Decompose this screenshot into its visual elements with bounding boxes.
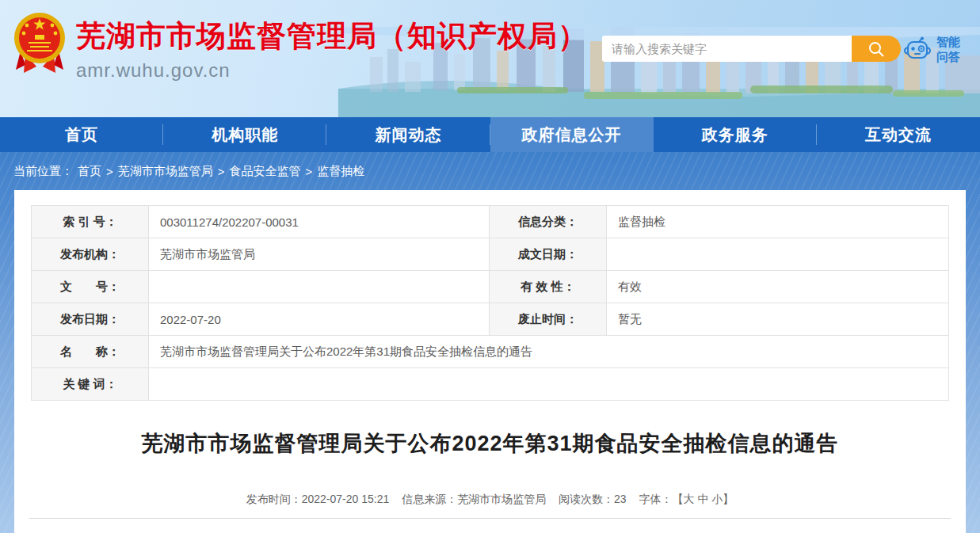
meta-label-category: 信息分类： — [490, 206, 607, 238]
breadcrumb-home[interactable]: 首页 — [78, 164, 101, 179]
meta-label-pub-date: 发布日期： — [32, 303, 149, 336]
meta-value-validity: 有效 — [607, 271, 949, 303]
article-pub-info: 发布时间：2022-07-20 15:21 信息来源：芜湖市市场监管局 阅读次数… — [14, 493, 966, 507]
breadcrumb-separator: > — [218, 165, 225, 178]
smart-qa-link[interactable]: 智能 问答 — [903, 35, 960, 65]
breadcrumb-food-safety[interactable]: 食品安全监管 — [230, 164, 301, 179]
meta-label-keywords: 关 键 词： — [32, 368, 149, 401]
table-row: 发布日期： 2022-07-20 废止时间： 暂无 — [32, 303, 949, 336]
breadcrumb: 当前位置： 首页 > 芜湖市市场监管局 > 食品安全监管 > 监督抽检 — [0, 152, 980, 190]
nav-item-gov-info[interactable]: 政府信息公开 — [490, 117, 654, 152]
page-body: 当前位置： 首页 > 芜湖市市场监管局 > 食品安全监管 > 监督抽检 索 引 … — [0, 152, 980, 533]
meta-value-publisher: 芜湖市市场监管局 — [149, 238, 490, 271]
nav-item-interaction[interactable]: 互动交流 — [817, 117, 980, 152]
meta-value-keywords — [149, 368, 949, 401]
national-emblem-icon — [13, 10, 67, 78]
table-row: 名 称： 芜湖市市场监督管理局关于公布2022年第31期食品安全抽检信息的通告 — [32, 336, 949, 368]
breadcrumb-current: 监督抽检 — [317, 164, 364, 179]
main-nav: 首页 机构职能 新闻动态 政府信息公开 政务服务 互动交流 — [0, 117, 980, 152]
meta-value-index-no: 003011274/202207-00031 — [149, 206, 490, 238]
font-size-label: 字体： — [639, 493, 673, 505]
article-title: 芜湖市市场监督管理局关于公布2022年第31期食品安全抽检信息的通告 — [14, 429, 966, 458]
nav-item-services[interactable]: 政务服务 — [654, 117, 817, 152]
meta-value-name: 芜湖市市场监督管理局关于公布2022年第31期食品安全抽检信息的通告 — [149, 336, 949, 368]
meta-value-written-date — [607, 238, 949, 271]
meta-value-doc-no — [149, 271, 490, 303]
document-meta-table: 索 引 号： 003011274/202207-00031 信息分类： 监督抽检… — [31, 205, 949, 401]
breadcrumb-separator: > — [306, 165, 313, 178]
site-header: 芜湖市市场监督管理局（知识产权局） amr.wuhu.gov.cn — [0, 0, 980, 117]
meta-label-publisher: 发布机构： — [32, 238, 149, 271]
content-card: 索 引 号： 003011274/202207-00031 信息分类： 监督抽检… — [14, 190, 966, 533]
nav-item-home[interactable]: 首页 — [0, 117, 163, 152]
meta-label-abolish-date: 废止时间： — [490, 303, 607, 336]
breadcrumb-separator: > — [106, 165, 113, 178]
views-label: 阅读次数： — [559, 493, 614, 505]
site-title: 芜湖市市场监督管理局（知识产权局） — [76, 21, 588, 53]
meta-value-abolish-date: 暂无 — [607, 303, 949, 336]
meta-label-validity: 有 效 性： — [490, 271, 607, 303]
site-logo-link[interactable]: 芜湖市市场监督管理局（知识产权局） amr.wuhu.gov.cn — [13, 10, 588, 82]
search-input[interactable] — [602, 36, 852, 62]
meta-value-pub-date: 2022-07-20 — [149, 303, 490, 336]
smart-qa-label-line2: 问答 — [936, 50, 960, 65]
site-domain: amr.wuhu.gov.cn — [76, 59, 588, 82]
breadcrumb-bureau[interactable]: 芜湖市市场监管局 — [118, 164, 213, 179]
pub-time-value: 2022-07-20 15:21 — [302, 493, 390, 505]
meta-label-index-no: 索 引 号： — [32, 206, 149, 238]
breadcrumb-prefix: 当前位置： — [13, 164, 73, 179]
search-button[interactable] — [852, 36, 901, 62]
meta-label-doc-no: 文 号： — [32, 271, 149, 303]
nav-item-functions[interactable]: 机构职能 — [163, 117, 326, 152]
table-row: 发布机构： 芜湖市市场监管局 成文日期： — [32, 238, 949, 271]
search-bar — [602, 36, 901, 62]
search-icon — [868, 40, 885, 58]
font-size-controls[interactable]: 【大 中 小】 — [673, 493, 734, 505]
source-value: 芜湖市市场监管局 — [457, 493, 546, 505]
table-row: 索 引 号： 003011274/202207-00031 信息分类： 监督抽检 — [32, 206, 949, 238]
nav-item-news[interactable]: 新闻动态 — [326, 117, 490, 152]
smart-qa-label-line1: 智能 — [936, 35, 960, 50]
meta-label-name: 名 称： — [32, 336, 149, 368]
views-count: 23 — [614, 493, 627, 505]
pub-time-label: 发布时间： — [246, 493, 302, 505]
meta-value-category: 监督抽检 — [607, 206, 949, 238]
robot-icon — [903, 36, 932, 63]
page: 芜湖市市场监督管理局（知识产权局） amr.wuhu.gov.cn — [0, 0, 980, 533]
table-row: 关 键 词： — [32, 368, 949, 401]
source-label: 信息来源： — [402, 493, 457, 505]
content-divider — [29, 518, 951, 519]
meta-label-written-date: 成文日期： — [490, 238, 607, 271]
table-row: 文 号： 有 效 性： 有效 — [32, 271, 949, 303]
